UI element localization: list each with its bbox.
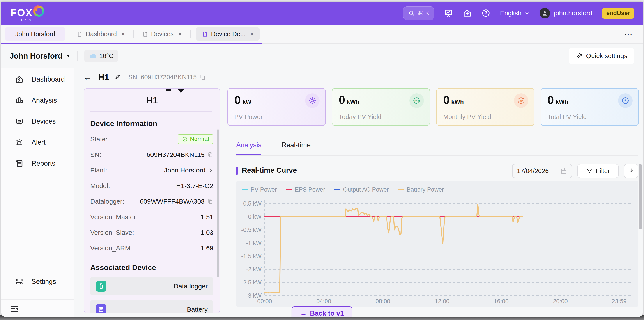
tab-realtime[interactable]: Real-time — [282, 141, 310, 149]
close-icon[interactable]: × — [121, 30, 125, 38]
row-label: State: — [90, 135, 107, 143]
copy-icon[interactable] — [207, 152, 213, 158]
role-badge[interactable]: endUser — [602, 8, 634, 19]
plant-scope-chip[interactable]: John Horsford — [5, 27, 65, 41]
chevron-down-icon — [524, 10, 530, 16]
edit-pencil-icon[interactable] — [114, 73, 122, 81]
filter-button[interactable]: Filter — [578, 164, 618, 178]
info-row-state: State: Normal — [90, 131, 213, 147]
date-picker[interactable]: 17/04/2026 — [512, 164, 572, 178]
card-scrollbar-thumb[interactable] — [217, 129, 219, 277]
close-icon[interactable]: × — [250, 30, 254, 38]
funnel-icon — [586, 168, 593, 174]
associated-device-datalogger[interactable]: Data logger — [90, 277, 213, 295]
sidebar-item-devices[interactable]: Devices — [1, 111, 74, 132]
siren-icon — [15, 138, 24, 147]
row-value: 609H37204BKN115 — [146, 151, 204, 158]
logo-swirl-icon — [31, 5, 44, 18]
sidebar-item-reports[interactable]: Reports — [1, 153, 74, 174]
daily-cycle-icon: 24h — [410, 93, 424, 108]
tab-devices[interactable]: Devices × — [140, 27, 185, 41]
line-chart[interactable]: 0.5 kW0 kW-0.5 kW-1 kW-1.5 kW-2 kW-2.5 k… — [236, 181, 638, 307]
stat-card-total-yield: 0kWh Total PV Yield — [540, 88, 639, 126]
stat-value: 0 — [548, 94, 554, 106]
svg-text:-1.5 kW: -1.5 kW — [241, 253, 262, 259]
svg-text:0.5 kW: 0.5 kW — [243, 200, 262, 207]
svg-text:16:00: 16:00 — [494, 298, 509, 305]
back-arrow-icon[interactable]: ← — [83, 73, 92, 82]
stat-label: Monthly PV Yield — [443, 113, 491, 121]
sidebar-item-label: Settings — [32, 278, 56, 285]
plant-link[interactable]: John Horsford — [164, 167, 213, 174]
legend-item[interactable]: EPS Power — [286, 186, 325, 193]
stat-unit: kWh — [347, 99, 359, 105]
tab-device-detail[interactable]: Device De... × — [196, 27, 259, 41]
tab-overflow-menu[interactable]: ⋯ — [624, 29, 633, 39]
info-row-datalogger: Datalogger: 609WWFFF4BWA308 — [90, 194, 213, 209]
tab-dashboard[interactable]: Dashboard × — [74, 27, 128, 41]
presentation-chart-icon[interactable] — [444, 9, 453, 18]
close-icon[interactable]: × — [178, 30, 182, 38]
quick-settings-button[interactable]: Quick settings — [569, 48, 634, 64]
sidebar-item-analysis[interactable]: Analysis — [1, 90, 74, 111]
quick-settings-label: Quick settings — [586, 52, 627, 60]
page-scrollbar-thumb[interactable] — [639, 164, 642, 229]
sidebar-item-settings[interactable]: Settings — [1, 271, 74, 292]
tab-separator — [190, 30, 190, 38]
language-selector[interactable]: English — [500, 10, 530, 17]
home-icon — [15, 75, 24, 84]
check-circle-icon — [182, 136, 188, 142]
total-energy-icon — [618, 93, 632, 108]
shortcut-cmd: ⌘ — [417, 10, 423, 17]
workspace-tab-bar: John Horsford Dashboard × Devices × Devi… — [1, 25, 643, 44]
stat-value: 0 — [234, 94, 241, 106]
content-area: Dashboard Analysis Devices Alert Reports — [1, 68, 643, 317]
plant-dropdown[interactable]: John Horsford ▼ — [10, 52, 71, 60]
copy-icon[interactable] — [207, 198, 213, 204]
associated-device-label: Data logger — [174, 282, 208, 290]
row-label: SN: — [90, 151, 101, 158]
back-to-v1-button[interactable]: ← Back to v1 — [292, 306, 352, 317]
legend-item[interactable]: PV Power — [242, 186, 277, 193]
search-icon — [408, 10, 415, 17]
copy-icon[interactable] — [199, 74, 206, 81]
home-plus-icon[interactable] — [463, 9, 472, 18]
legend-swatch — [398, 189, 404, 190]
sidebar-item-alert[interactable]: Alert — [1, 132, 74, 153]
legend-item[interactable]: Battery Power — [398, 186, 444, 193]
stat-label: Total PV Yield — [548, 113, 587, 121]
user-menu[interactable]: john.horsford — [540, 8, 592, 19]
svg-text:08:00: 08:00 — [376, 298, 390, 305]
sidebar-item-dashboard[interactable]: Dashboard — [1, 69, 74, 90]
device-title: H1 — [98, 72, 109, 82]
svg-text:30d: 30d — [519, 100, 523, 103]
svg-text:12:00: 12:00 — [434, 298, 450, 305]
row-label: Version_ARM: — [90, 244, 132, 252]
info-row-plant: Plant: John Horsford — [90, 162, 213, 178]
global-search[interactable]: ⌘ K — [403, 6, 434, 20]
inverter-icon — [15, 117, 24, 126]
battery-icon — [96, 304, 106, 313]
stat-unit: kW — [242, 99, 252, 105]
collapse-sidebar-icon[interactable] — [9, 304, 19, 314]
row-value: 609WWFFF4BWA308 — [140, 198, 204, 205]
svg-text:23:59: 23:59 — [612, 298, 627, 305]
device-name: H1 — [84, 89, 220, 106]
associated-device-battery[interactable]: Battery — [90, 300, 213, 313]
svg-text:24h: 24h — [414, 100, 419, 103]
weather-widget: 16°C — [84, 50, 118, 62]
help-icon[interactable] — [482, 9, 490, 18]
tab-analysis[interactable]: Analysis — [236, 141, 261, 149]
page-header: John Horsford ▼ 16°C Quick settings — [1, 44, 643, 68]
sidebar-item-label: Dashboard — [32, 75, 65, 83]
filter-label: Filter — [596, 167, 610, 175]
chart-legend: PV PowerEPS PowerOutput AC PowerBattery … — [242, 186, 444, 193]
row-label: Version_Master: — [90, 213, 138, 221]
date-value: 17/04/2026 — [517, 167, 549, 175]
main-panel: ← H1 SN: 609H37204BKN115 H1 Device Infor… — [74, 68, 643, 317]
stat-card-today-yield: 0kWh 24h Today PV Yield — [332, 88, 430, 126]
divider — [90, 111, 212, 112]
download-button[interactable] — [624, 164, 638, 178]
legend-item[interactable]: Output AC Power — [334, 186, 389, 193]
foxess-logo[interactable]: FOX ESS — [10, 4, 44, 23]
